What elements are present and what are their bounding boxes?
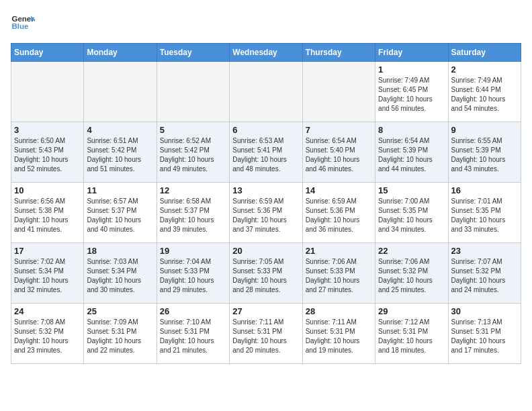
calendar-day-cell [11,62,84,122]
day-info: Sunrise: 6:52 AM Sunset: 5:42 PM Dayligh… [160,136,226,174]
day-info: Sunrise: 7:13 AM Sunset: 5:31 PM Dayligh… [451,318,518,355]
day-number: 20 [232,246,299,256]
day-info: Sunrise: 7:07 AM Sunset: 5:32 PM Dayligh… [451,257,518,295]
page-header: General Blue [11,11,521,35]
calendar-table: SundayMondayTuesdayWednesdayThursdayFrid… [11,43,521,364]
day-info: Sunrise: 6:59 AM Sunset: 5:36 PM Dayligh… [232,197,299,234]
day-number: 10 [14,185,81,195]
day-number: 16 [451,185,518,195]
day-number: 2 [451,64,518,75]
calendar-day-cell: 11Sunrise: 6:57 AM Sunset: 5:37 PM Dayli… [84,183,157,243]
calendar-day-cell: 27Sunrise: 7:11 AM Sunset: 5:31 PM Dayli… [230,304,302,364]
calendar-day-cell: 26Sunrise: 7:10 AM Sunset: 5:31 PM Dayli… [157,304,229,364]
day-number: 12 [160,185,226,195]
day-number: 3 [14,125,81,135]
calendar-day-cell: 14Sunrise: 6:59 AM Sunset: 5:36 PM Dayli… [302,183,375,243]
day-number: 25 [87,306,153,316]
weekday-header: Wednesday [230,44,302,62]
calendar-day-cell [302,62,375,122]
day-info: Sunrise: 7:02 AM Sunset: 5:34 PM Dayligh… [14,257,81,295]
day-info: Sunrise: 7:06 AM Sunset: 5:33 PM Dayligh… [306,257,372,295]
day-number: 8 [378,125,445,135]
day-number: 5 [160,125,226,135]
calendar-header-row: SundayMondayTuesdayWednesdayThursdayFrid… [11,44,521,62]
calendar-day-cell [157,62,229,122]
day-info: Sunrise: 6:56 AM Sunset: 5:38 PM Dayligh… [14,197,81,234]
svg-text:Blue: Blue [11,22,29,30]
calendar-week-row: 10Sunrise: 6:56 AM Sunset: 5:38 PM Dayli… [11,183,521,243]
day-info: Sunrise: 7:12 AM Sunset: 5:31 PM Dayligh… [378,318,445,355]
calendar-day-cell: 24Sunrise: 7:08 AM Sunset: 5:32 PM Dayli… [11,304,84,364]
calendar-day-cell: 10Sunrise: 6:56 AM Sunset: 5:38 PM Dayli… [11,183,84,243]
day-number: 24 [14,306,81,316]
weekday-header: Saturday [448,44,521,62]
day-number: 15 [378,185,445,195]
calendar-day-cell: 13Sunrise: 6:59 AM Sunset: 5:36 PM Dayli… [230,183,302,243]
calendar-week-row: 3Sunrise: 6:50 AM Sunset: 5:43 PM Daylig… [11,122,521,183]
day-number: 6 [232,125,299,135]
day-number: 17 [14,246,81,256]
day-info: Sunrise: 7:01 AM Sunset: 5:35 PM Dayligh… [451,197,518,234]
day-info: Sunrise: 6:55 AM Sunset: 5:39 PM Dayligh… [451,136,518,174]
calendar-day-cell: 3Sunrise: 6:50 AM Sunset: 5:43 PM Daylig… [11,122,84,183]
calendar-day-cell: 6Sunrise: 6:53 AM Sunset: 5:41 PM Daylig… [230,122,302,183]
weekday-header: Monday [84,44,157,62]
calendar-day-cell: 22Sunrise: 7:06 AM Sunset: 5:32 PM Dayli… [375,243,448,304]
day-info: Sunrise: 7:05 AM Sunset: 5:33 PM Dayligh… [232,257,299,295]
calendar-day-cell: 5Sunrise: 6:52 AM Sunset: 5:42 PM Daylig… [157,122,229,183]
day-info: Sunrise: 7:11 AM Sunset: 5:31 PM Dayligh… [306,318,372,355]
day-info: Sunrise: 7:11 AM Sunset: 5:31 PM Dayligh… [232,318,299,355]
day-info: Sunrise: 6:50 AM Sunset: 5:43 PM Dayligh… [14,136,81,174]
day-number: 29 [378,306,445,316]
day-info: Sunrise: 7:49 AM Sunset: 6:44 PM Dayligh… [451,76,518,113]
day-number: 7 [306,125,372,135]
calendar-day-cell: 4Sunrise: 6:51 AM Sunset: 5:42 PM Daylig… [84,122,157,183]
calendar-day-cell: 19Sunrise: 7:04 AM Sunset: 5:33 PM Dayli… [157,243,229,304]
calendar-day-cell: 16Sunrise: 7:01 AM Sunset: 5:35 PM Dayli… [448,183,521,243]
day-info: Sunrise: 7:08 AM Sunset: 5:32 PM Dayligh… [14,318,81,355]
day-info: Sunrise: 7:49 AM Sunset: 6:45 PM Dayligh… [378,76,445,113]
weekday-header: Friday [375,44,448,62]
day-number: 22 [378,246,445,256]
day-number: 23 [451,246,518,256]
logo: General Blue [11,11,38,35]
calendar-day-cell: 20Sunrise: 7:05 AM Sunset: 5:33 PM Dayli… [230,243,302,304]
weekday-header: Tuesday [157,44,229,62]
day-info: Sunrise: 6:54 AM Sunset: 5:39 PM Dayligh… [378,136,445,174]
day-number: 18 [87,246,153,256]
day-number: 14 [306,185,372,195]
day-number: 21 [306,246,372,256]
day-info: Sunrise: 6:57 AM Sunset: 5:37 PM Dayligh… [87,197,153,234]
day-number: 28 [306,306,372,316]
day-number: 26 [160,306,226,316]
calendar-week-row: 1Sunrise: 7:49 AM Sunset: 6:45 PM Daylig… [11,62,521,122]
day-number: 11 [87,185,153,195]
day-number: 27 [232,306,299,316]
day-info: Sunrise: 6:53 AM Sunset: 5:41 PM Dayligh… [232,136,299,174]
calendar-week-row: 17Sunrise: 7:02 AM Sunset: 5:34 PM Dayli… [11,243,521,304]
day-number: 9 [451,125,518,135]
calendar-week-row: 24Sunrise: 7:08 AM Sunset: 5:32 PM Dayli… [11,304,521,364]
weekday-header: Sunday [11,44,84,62]
day-info: Sunrise: 6:51 AM Sunset: 5:42 PM Dayligh… [87,136,153,174]
weekday-header: Thursday [302,44,375,62]
day-info: Sunrise: 7:09 AM Sunset: 5:31 PM Dayligh… [87,318,153,355]
day-info: Sunrise: 7:04 AM Sunset: 5:33 PM Dayligh… [160,257,226,295]
day-info: Sunrise: 7:00 AM Sunset: 5:35 PM Dayligh… [378,197,445,234]
day-info: Sunrise: 7:03 AM Sunset: 5:34 PM Dayligh… [87,257,153,295]
calendar-day-cell: 9Sunrise: 6:55 AM Sunset: 5:39 PM Daylig… [448,122,521,183]
calendar-day-cell: 18Sunrise: 7:03 AM Sunset: 5:34 PM Dayli… [84,243,157,304]
calendar-day-cell: 7Sunrise: 6:54 AM Sunset: 5:40 PM Daylig… [302,122,375,183]
day-number: 1 [378,64,445,75]
calendar-day-cell: 2Sunrise: 7:49 AM Sunset: 6:44 PM Daylig… [448,62,521,122]
calendar-day-cell [84,62,157,122]
calendar-day-cell [230,62,302,122]
logo-icon: General Blue [11,11,35,35]
calendar-day-cell: 30Sunrise: 7:13 AM Sunset: 5:31 PM Dayli… [448,304,521,364]
calendar-day-cell: 23Sunrise: 7:07 AM Sunset: 5:32 PM Dayli… [448,243,521,304]
day-info: Sunrise: 7:10 AM Sunset: 5:31 PM Dayligh… [160,318,226,355]
day-info: Sunrise: 6:59 AM Sunset: 5:36 PM Dayligh… [306,197,372,234]
day-info: Sunrise: 6:58 AM Sunset: 5:37 PM Dayligh… [160,197,226,234]
calendar-day-cell: 29Sunrise: 7:12 AM Sunset: 5:31 PM Dayli… [375,304,448,364]
calendar-day-cell: 28Sunrise: 7:11 AM Sunset: 5:31 PM Dayli… [302,304,375,364]
